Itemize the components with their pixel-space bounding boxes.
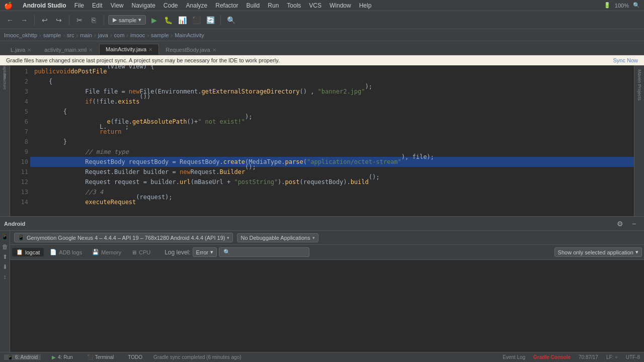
- redo-btn[interactable]: ↪: [53, 14, 65, 26]
- code-line-6: L.e(file.getAbsolutePath()+" not exist!"…: [30, 117, 634, 127]
- breadcrumb-java[interactable]: java: [98, 32, 108, 38]
- wrap-icon[interactable]: ↕: [1, 273, 9, 281]
- sync-now-button[interactable]: Sync Now: [613, 57, 638, 63]
- code-line-14: executeRequest(request);: [30, 197, 634, 207]
- menu-help[interactable]: Help: [359, 2, 372, 9]
- device-bar: 📱 Genymotion Google Nexus 4 – 4.4.4 – AP…: [10, 231, 644, 245]
- right-sidebar: Maven Projects: [634, 65, 644, 216]
- code-line-3: File file = new File(Environment.getExte…: [30, 86, 634, 97]
- cut-btn[interactable]: ✂: [73, 14, 86, 26]
- menu-code[interactable]: Code: [164, 2, 178, 9]
- breadcrumb-imooc[interactable]: Imooc_okhttp: [4, 32, 37, 38]
- android-status-tab[interactable]: 📱 6: Android: [4, 354, 41, 360]
- log-search-input[interactable]: 🔍: [219, 247, 309, 257]
- forward-btn[interactable]: →: [18, 14, 30, 26]
- run-btn[interactable]: ▶: [148, 14, 160, 26]
- run-status-label: 4: Run: [58, 354, 72, 360]
- device-dropdown-icon: ▾: [227, 235, 229, 240]
- run-config-selector[interactable]: ▶ sample ▾: [108, 15, 146, 25]
- device-name: Genymotion Google Nexus 4 – 4.4.4 – API …: [27, 235, 225, 241]
- clear-icon[interactable]: 🗑: [1, 243, 9, 251]
- breadcrumb-imooc2[interactable]: imooc: [130, 32, 145, 38]
- tab-requestbody-close[interactable]: ✕: [212, 47, 216, 53]
- menu-build[interactable]: Build: [247, 2, 260, 9]
- breadcrumb-main[interactable]: main: [80, 32, 92, 38]
- menu-vcs[interactable]: VCS: [309, 2, 321, 9]
- menu-navigate[interactable]: Navigate: [131, 2, 155, 9]
- log-level-label: Log level:: [165, 249, 190, 256]
- menu-edit[interactable]: Edit: [92, 2, 103, 9]
- menubar-right: 🔋 100% 🔍: [604, 2, 640, 9]
- todo-status-tab[interactable]: TODO: [125, 354, 145, 360]
- tab-mainactivity-close[interactable]: ✕: [148, 47, 152, 52]
- profile-btn[interactable]: 📊: [176, 14, 188, 26]
- memory-tab[interactable]: 💾 Memory: [88, 248, 125, 256]
- sidebar-icon-structure[interactable]: Structure: [1, 77, 9, 85]
- menu-window[interactable]: Window: [330, 2, 351, 9]
- log-content: [10, 260, 644, 352]
- logcat-tab[interactable]: 📋 logcat: [12, 248, 44, 256]
- breadcrumb: Imooc_okhttp › sample › src › main › jav…: [0, 29, 644, 41]
- scroll-up-icon[interactable]: ⬆: [1, 253, 9, 261]
- search-icon[interactable]: 🔍: [633, 2, 640, 9]
- run-status-tab[interactable]: ▶ 4: Run: [49, 354, 75, 360]
- breadcrumb-com[interactable]: com: [114, 32, 125, 38]
- event-log-btn[interactable]: Event Log: [503, 354, 525, 360]
- android-minimize-btn[interactable]: −: [628, 218, 640, 230]
- scroll-down-icon[interactable]: ⬇: [1, 263, 9, 271]
- log-level-selector[interactable]: Error ▾: [193, 247, 217, 257]
- debug-btn[interactable]: 🐛: [162, 14, 174, 26]
- undo-btn[interactable]: ↩: [39, 14, 51, 26]
- toolbar: ← → ↩ ↪ ✂ ⎘ ▶ sample ▾ ▶ 🐛 📊 ⬛ 🔄 🔍: [0, 11, 644, 29]
- menu-file[interactable]: File: [74, 2, 84, 9]
- breadcrumb-sample2[interactable]: sample: [151, 32, 169, 38]
- breadcrumb-mainactivity[interactable]: MainActivity: [175, 32, 204, 38]
- battery-percent: 100%: [615, 3, 629, 9]
- show-selected-selector[interactable]: Show only selected application ▾: [554, 247, 642, 257]
- search-everywhere-btn[interactable]: 🔍: [225, 14, 237, 26]
- stop-btn[interactable]: ⬛: [190, 14, 202, 26]
- code-line-11: Request.Builder builder = new Request.Bu…: [30, 167, 634, 177]
- adb-logs-tab[interactable]: 📄 ADB logs: [46, 248, 86, 256]
- no-debuggable-arrow-icon: ▾: [312, 235, 315, 240]
- show-selected-label: Show only selected application: [558, 249, 633, 255]
- encoding-info: LF: ÷: [606, 354, 618, 360]
- cpu-label: CPU: [139, 249, 150, 255]
- breadcrumb-src[interactable]: src: [67, 32, 74, 38]
- terminal-status-tab[interactable]: ⬛ Terminal: [84, 354, 117, 360]
- device-selector[interactable]: 📱 Genymotion Google Nexus 4 – 4.4.4 – AP…: [14, 233, 233, 242]
- apple-menu[interactable]: 🍎: [4, 2, 13, 10]
- tab-ljava-label: L.java: [11, 47, 25, 53]
- gradle-console-btn[interactable]: Gradle Console: [533, 354, 571, 360]
- no-debuggable-selector[interactable]: No Debuggable Applications ▾: [237, 233, 318, 242]
- code-content: 1 2 3 4 5 6 7 8 9 10 11 12 13 14 public …: [10, 65, 634, 216]
- app-name: Android Studio: [23, 2, 66, 9]
- cpu-tab[interactable]: 🖥 CPU: [127, 248, 154, 256]
- tab-ljava[interactable]: L.java ✕: [4, 44, 38, 55]
- menu-analyze[interactable]: Analyze: [186, 2, 208, 9]
- cpu-icon: 🖥: [131, 249, 137, 255]
- menu-view[interactable]: View: [111, 2, 124, 9]
- sync-btn[interactable]: 🔄: [204, 14, 216, 26]
- menu-run[interactable]: Run: [268, 2, 279, 9]
- todo-label: TODO: [128, 354, 142, 360]
- charset-info: UTF-8: [626, 354, 640, 360]
- back-btn[interactable]: ←: [4, 14, 16, 26]
- android-settings-btn[interactable]: ⚙: [614, 218, 626, 230]
- separator3: [104, 15, 104, 25]
- tab-requestbody[interactable]: RequestBody.java ✕: [159, 44, 222, 55]
- menu-tools[interactable]: Tools: [287, 2, 301, 9]
- run-status-icon: ▶: [52, 354, 56, 360]
- maven-projects-label[interactable]: Maven Projects: [636, 65, 643, 105]
- copy-btn[interactable]: ⎘: [88, 14, 100, 26]
- tab-activity-main[interactable]: activity_main.xml ✕: [38, 44, 99, 55]
- tab-ljava-close[interactable]: ✕: [27, 47, 31, 53]
- breadcrumb-sample[interactable]: sample: [43, 32, 61, 38]
- logcat-icon[interactable]: 📱: [1, 233, 9, 241]
- tab-mainactivity[interactable]: MainActivity.java ✕: [99, 44, 159, 55]
- logcat-tab-icon: 📋: [16, 249, 23, 255]
- menu-refactor[interactable]: Refactor: [215, 2, 238, 9]
- tab-activity-main-close[interactable]: ✕: [89, 47, 93, 53]
- run-config-name: sample: [119, 17, 136, 23]
- code-line-12: Request request = builder.url(mBaseUrl +…: [30, 177, 634, 187]
